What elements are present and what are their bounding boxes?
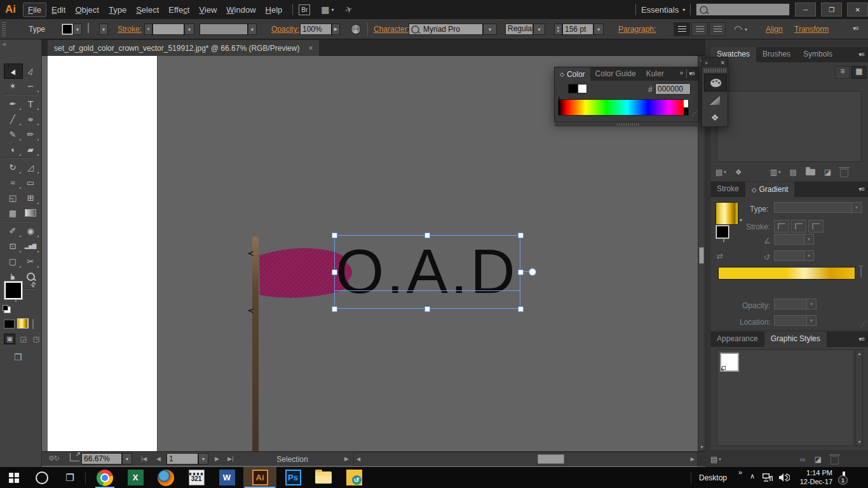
selection-handle-bm[interactable] (424, 306, 430, 312)
restore-button[interactable]: ❐ (821, 3, 842, 17)
task-view-button[interactable]: ❐ (56, 467, 84, 488)
width-profile-field[interactable] (200, 24, 248, 35)
fill-proxy-swatch[interactable] (4, 281, 23, 300)
style-libraries-button[interactable]: ▤▾ (710, 455, 721, 464)
fill-proxy-mini[interactable] (715, 225, 729, 239)
selection-rotate-handle[interactable] (529, 268, 536, 276)
tab-symbols[interactable]: Symbols (797, 47, 839, 62)
prev-artboard-button[interactable]: ◀ (156, 456, 161, 462)
tab-color-guide[interactable]: Color Guide (590, 67, 641, 81)
scroll-up-icon[interactable]: ▲ (857, 351, 862, 356)
shape-builder-tool[interactable]: ◱ (4, 191, 22, 205)
eraser-tool[interactable]: ▰ (22, 142, 39, 156)
align-panel-link[interactable]: Align (766, 25, 783, 34)
kuler-icon-button[interactable]: ❖ (704, 109, 726, 126)
menu-type[interactable]: Type (104, 3, 131, 17)
font-family-combo[interactable] (409, 24, 483, 35)
slice-tool[interactable]: ✂ (22, 254, 39, 268)
opacity-link[interactable]: Opacity: (271, 25, 299, 34)
delete-style-button[interactable] (831, 456, 839, 464)
font-size-stepper[interactable]: ▴▾ (554, 24, 562, 35)
resize-grip-icon[interactable]: ⋰ (860, 320, 867, 327)
stroke-dropdown-button[interactable]: ▾ (99, 24, 108, 35)
none-mode-button[interactable] (32, 319, 34, 329)
clock-date[interactable]: 12-Dec-17 (789, 477, 832, 486)
taskbar-illustrator-active[interactable]: Ai (243, 467, 276, 488)
font-size-dropdown[interactable]: ▾ (593, 24, 604, 35)
taskbar-firefox[interactable] (152, 467, 180, 488)
menu-file[interactable]: File (23, 3, 46, 17)
start-button[interactable] (0, 467, 28, 488)
horizontal-scrollbar[interactable]: ◀ ▶ (353, 452, 698, 466)
new-swatch-button[interactable]: ◪ (824, 168, 831, 177)
menu-select[interactable]: Select (132, 3, 163, 17)
black-swatch[interactable] (568, 84, 578, 93)
bridge-button[interactable]: Br (299, 4, 310, 15)
close-dock-icon[interactable]: ✕ (720, 60, 725, 66)
gradient-menu-icon[interactable]: ▾ (740, 217, 742, 223)
color-panel-icon-button[interactable] (704, 74, 727, 92)
gradient-type-field[interactable] (774, 202, 852, 213)
column-graph-tool[interactable]: ▂▅▇ (22, 239, 39, 253)
search-box[interactable] (696, 3, 790, 16)
gradient-location-dropdown[interactable]: ▾ (807, 315, 817, 326)
network-icon[interactable] (763, 473, 773, 484)
gradient-aspect-field[interactable] (774, 250, 804, 261)
tab-graphic-styles[interactable]: Graphic Styles (764, 332, 827, 347)
align-right-button[interactable] (709, 22, 726, 36)
hex-input[interactable] (655, 83, 691, 95)
artboard-tool[interactable]: ▢ (4, 254, 22, 268)
selection-handle-tr[interactable] (518, 233, 524, 238)
clock-time[interactable]: 1:14 PM (793, 468, 832, 477)
fill-dropdown-button[interactable]: ▾ (73, 24, 82, 35)
tab-kuler[interactable]: Kuler (641, 67, 669, 81)
lasso-tool[interactable]: ∽ (22, 79, 39, 93)
pencil-tool[interactable]: ✏ (22, 127, 39, 141)
white-swatch[interactable] (578, 84, 587, 93)
artboard-dropdown[interactable]: ▾ (198, 453, 208, 464)
volume-icon[interactable] (779, 473, 790, 484)
list-view-button[interactable]: ≡ (835, 66, 850, 79)
scroll-left-icon[interactable]: ◀ (356, 456, 360, 462)
selection-handle-mr[interactable] (518, 269, 524, 275)
gradient-type-dropdown[interactable]: ▾ (852, 202, 862, 213)
mesh-tool[interactable]: ▦ (4, 206, 22, 220)
menu-window[interactable]: Window (222, 3, 260, 17)
taskbar-file-explorer[interactable] (309, 467, 337, 488)
panel-menu-icon[interactable]: ▾≡ (855, 332, 868, 347)
swatch-libraries-button[interactable]: ▤▾ (715, 168, 726, 177)
tab-close-icon[interactable]: × (308, 44, 313, 53)
artboard-number-input[interactable] (166, 453, 198, 464)
collapse-panel-icon[interactable]: « (3, 40, 6, 48)
tab-appearance[interactable]: Appearance (710, 332, 764, 347)
default-fill-stroke-icon[interactable] (3, 305, 8, 311)
selection-bounding-box[interactable] (334, 235, 520, 309)
opacity-slider-button[interactable]: ▶ (332, 24, 340, 35)
selection-handle-bl[interactable] (332, 306, 337, 312)
font-family-input[interactable] (422, 24, 480, 34)
tab-color[interactable]: ◇Color (555, 67, 590, 81)
type-tool[interactable]: T (22, 97, 39, 111)
menu-effect[interactable]: Effect (164, 3, 194, 17)
graphic-styles-grid[interactable] (717, 349, 854, 446)
envelope-warp-button[interactable]: ◠ ▾ (734, 24, 747, 35)
taskbar-word[interactable]: W (213, 467, 241, 488)
stroke-link[interactable]: Stroke: (118, 25, 142, 34)
magic-wand-tool[interactable]: ✶ (4, 79, 22, 93)
gradient-opacity-dropdown[interactable]: ▾ (807, 299, 817, 309)
blend-tool[interactable]: ◉ (22, 224, 39, 238)
gradient-mode-button[interactable] (17, 318, 29, 329)
selection-handle-br[interactable] (518, 306, 524, 312)
draw-behind-button[interactable]: ◲ (18, 334, 28, 344)
delete-swatch-button[interactable] (840, 169, 848, 177)
expand-dock-icon[interactable]: » (705, 60, 708, 66)
symbol-sprayer-tool[interactable]: ⊡ (4, 239, 22, 253)
gradient-opacity-field[interactable] (774, 299, 807, 309)
action-center-icon[interactable]: 1 (843, 471, 845, 483)
character-link[interactable]: Character: (374, 25, 409, 34)
draw-normal-button[interactable]: ▣ (4, 334, 15, 344)
stroke-weight-stepper[interactable]: ▾ (144, 24, 153, 35)
export-icon[interactable]: ↗ (70, 453, 79, 461)
eyedropper-tool[interactable]: ✐ (4, 224, 22, 238)
desktop-toolbar-label[interactable]: Desktop (699, 473, 727, 482)
